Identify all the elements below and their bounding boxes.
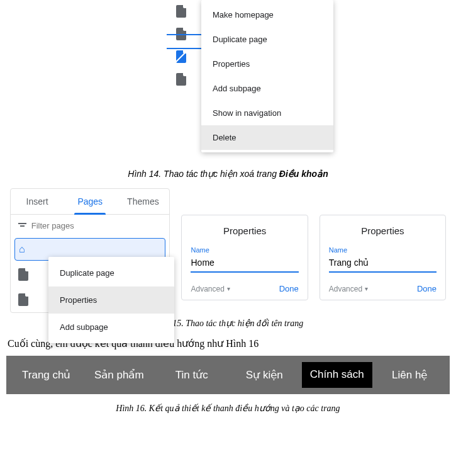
menu-delete[interactable]: Delete <box>201 125 333 150</box>
panel-tabs: Insert Pages Themes <box>11 189 169 215</box>
page-icon <box>176 28 186 40</box>
home-icon: ⌂ <box>19 244 25 255</box>
figure-16-caption: Hình 16. Kết quả thiết kế thanh điều hướ… <box>6 403 450 414</box>
properties-card-1: Properties Name Advanced Done <box>181 215 308 300</box>
nav-item-contact[interactable]: Liên hệ <box>375 362 445 388</box>
properties-footer: Advanced Done <box>191 284 298 293</box>
properties-footer: Advanced Done <box>329 284 437 293</box>
page-hidden-icon <box>176 50 186 63</box>
context-menu: Make homepage Duplicate page Properties … <box>201 0 333 152</box>
filter-icon <box>18 223 26 229</box>
caption-strong: Điều khoản <box>279 169 328 179</box>
caption-text: Hình 14. Thao tác thực hiện xoá trang <box>128 169 279 179</box>
figure-15: Insert Pages Themes ⌂ Duplicate page Pro… <box>6 188 450 313</box>
menu-duplicate-page[interactable]: Duplicate page <box>201 27 333 52</box>
advanced-toggle[interactable]: Advanced <box>191 285 230 293</box>
nav-item-home[interactable]: Trang chủ <box>11 362 82 388</box>
submenu-add-subpage[interactable]: Add subpage <box>48 314 174 341</box>
filter-row <box>11 215 169 237</box>
nav-item-news[interactable]: Tin tức <box>157 362 227 388</box>
name-label: Name <box>191 246 298 254</box>
page-item <box>176 23 186 45</box>
menu-add-subpage[interactable]: Add subpage <box>201 76 333 101</box>
name-input[interactable] <box>329 255 437 273</box>
filter-input[interactable] <box>31 221 162 230</box>
done-button[interactable]: Done <box>279 284 299 293</box>
name-label: Name <box>329 246 437 254</box>
page-item <box>176 68 186 91</box>
nav-item-events[interactable]: Sự kiện <box>230 362 300 388</box>
page-icon <box>18 293 28 306</box>
page-icon <box>176 73 186 86</box>
figure-14-caption: Hình 14. Thao tác thực hiện xoá trang Đi… <box>6 169 450 179</box>
submenu-duplicate[interactable]: Duplicate page <box>48 259 174 286</box>
tab-pages[interactable]: Pages <box>64 189 116 214</box>
name-input[interactable] <box>191 255 298 273</box>
result-navbar: Trang chủ Sản phẩm Tin tức Sự kiện Chính… <box>6 356 450 394</box>
submenu-properties[interactable]: Properties <box>48 286 174 314</box>
page-item <box>176 0 186 23</box>
tab-insert[interactable]: Insert <box>11 189 64 214</box>
page-submenu: Duplicate page Properties Add subpage <box>48 257 174 343</box>
tab-themes[interactable]: Themes <box>116 189 169 214</box>
figure-14: Make homepage Duplicate page Properties … <box>6 0 450 164</box>
properties-card-2: Properties Name Advanced Done <box>320 215 446 300</box>
nav-item-policy[interactable]: Chính sách <box>302 362 372 388</box>
nav-item-products[interactable]: Sản phẩm <box>84 362 155 388</box>
menu-show-in-navigation[interactable]: Show in navigation <box>201 101 333 125</box>
page-icon <box>176 5 186 18</box>
menu-make-homepage[interactable]: Make homepage <box>201 3 333 27</box>
properties-title: Properties <box>191 225 298 236</box>
page-icon <box>18 268 28 281</box>
pages-panel: Insert Pages Themes ⌂ Duplicate page Pro… <box>10 188 170 313</box>
advanced-toggle[interactable]: Advanced <box>329 285 368 293</box>
done-button[interactable]: Done <box>417 284 437 293</box>
page-list-background <box>176 0 186 91</box>
properties-title: Properties <box>329 225 437 236</box>
page-item-selected <box>176 45 186 68</box>
menu-properties[interactable]: Properties <box>201 52 333 76</box>
